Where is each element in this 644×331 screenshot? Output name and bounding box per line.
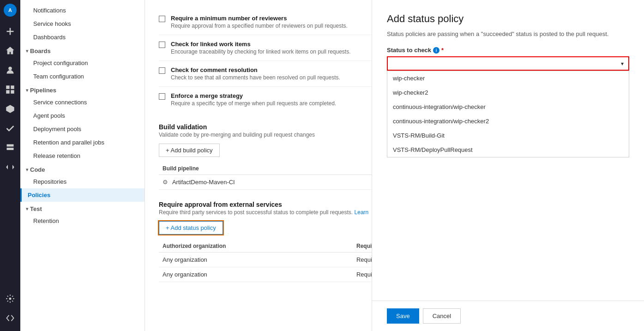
policy-title-2: Check for comment resolution — [171, 66, 340, 73]
main-content: Require a minimum number of reviewers Re… — [145, 0, 644, 331]
policy-desc-3: Require a specific type of merge when pu… — [171, 100, 336, 107]
status-check-input[interactable] — [388, 57, 616, 70]
artifacts-icon[interactable] — [0, 138, 20, 157]
dropdown-option-2[interactable]: continuous-integration/wip-checker — [387, 100, 629, 114]
org-cell-1: Any organization — [159, 267, 353, 282]
policy-checkbox-2[interactable] — [159, 67, 165, 74]
code-section-header[interactable]: ▾ Code — [20, 162, 144, 175]
add-status-policy-button[interactable]: + Add status policy — [159, 221, 223, 235]
sidebar-item-release-retention[interactable]: Release retention — [20, 149, 144, 162]
boards-section-header[interactable]: ▾ Boards — [20, 44, 144, 56]
sidebar-item-retention[interactable]: Retention — [20, 214, 144, 228]
sidebar-item-team-configuration[interactable]: Team configuration — [20, 70, 144, 83]
status-check-label: Status to check i * — [387, 47, 629, 54]
policy-title-0: Require a minimum number of reviewers — [171, 15, 348, 22]
svg-rect-7 — [7, 148, 14, 150]
policy-desc-1: Encourage traceability by checking for l… — [171, 48, 351, 55]
sidebar-item-project-configuration[interactable]: Project configuration — [20, 56, 144, 70]
panel-subtitle: Status policies are passing when a "succ… — [387, 30, 629, 37]
add-build-policy-button[interactable]: + Add build policy — [159, 144, 220, 157]
chevron-icon: ▾ — [26, 48, 28, 54]
policy-desc-0: Require approval from a specified number… — [171, 23, 348, 29]
info-icon[interactable]: i — [433, 47, 439, 54]
panel-footer: Save Cancel — [372, 301, 644, 331]
sidebar-item-agent-pools[interactable]: Agent pools — [20, 109, 144, 122]
dropdown-option-4[interactable]: VSTS-RM/Build-Git — [387, 128, 629, 143]
dropdown-list: wip-checker wip-checker2 continuous-inte… — [387, 71, 629, 157]
svg-point-0 — [8, 67, 12, 71]
dropdown-chevron-icon[interactable]: ▾ — [616, 58, 628, 70]
cancel-button[interactable]: Cancel — [423, 308, 461, 324]
sidebar: Notifications Service hooks Dashboards ▾… — [20, 0, 145, 331]
chevron-icon: ▾ — [26, 88, 28, 93]
save-button[interactable]: Save — [387, 308, 419, 324]
overlay-panel: Add status policy Status policies are pa… — [372, 0, 644, 331]
pipelines-section-header[interactable]: ▾ Pipelines — [20, 83, 144, 96]
plus-icon[interactable] — [0, 22, 20, 41]
home-icon[interactable] — [0, 42, 20, 60]
build-icon: ⚙ — [163, 179, 168, 186]
sidebar-item-service-hooks[interactable]: Service hooks — [20, 17, 144, 30]
svg-rect-3 — [6, 90, 10, 94]
svg-point-8 — [9, 298, 12, 300]
policy-title-3: Enforce a merge strategy — [171, 92, 336, 99]
pipelines-icon[interactable] — [0, 100, 20, 118]
svg-marker-5 — [6, 105, 14, 113]
learn-link[interactable]: Learn — [355, 209, 369, 216]
person-icon[interactable] — [0, 61, 20, 79]
dropdown-option-3[interactable]: continuous-integration/wip-checker2 — [387, 114, 629, 128]
code-icon[interactable] — [0, 158, 20, 176]
sidebar-item-service-connections[interactable]: Service connections — [20, 96, 144, 109]
org-cell-0: Any organization — [159, 253, 353, 267]
boards-icon[interactable] — [0, 80, 20, 99]
col-build-pipeline: Build pipeline — [159, 162, 403, 175]
sidebar-item-notifications[interactable]: Notifications — [20, 4, 144, 17]
sidebar-item-policies[interactable]: Policies — [20, 188, 144, 202]
build-pipeline-cell: ⚙ ArtifactDemo-Maven-CI — [159, 175, 403, 190]
sidebar-item-repositories[interactable]: Repositories — [20, 175, 144, 188]
svg-rect-1 — [6, 85, 10, 89]
testplans-icon[interactable] — [0, 119, 20, 138]
sidebar-item-dashboards[interactable]: Dashboards — [20, 30, 144, 44]
icon-bar-bottom — [0, 289, 20, 327]
chevron-icon: ▾ — [26, 206, 28, 211]
policy-checkbox-1[interactable] — [159, 42, 165, 48]
svg-rect-4 — [11, 90, 14, 94]
dropdown-option-5[interactable]: VSTS-RM/DeployPullRequest — [387, 143, 629, 157]
expand-icon[interactable] — [0, 309, 20, 327]
col-authorized-org: Authorized organization — [159, 240, 353, 253]
svg-rect-6 — [7, 144, 14, 147]
settings-icon[interactable] — [0, 289, 20, 308]
sidebar-item-deployment-pools[interactable]: Deployment pools — [20, 122, 144, 136]
svg-rect-2 — [11, 85, 14, 89]
dropdown-option-0[interactable]: wip-checker — [387, 71, 629, 85]
required-star: * — [441, 47, 444, 54]
policy-checkbox-0[interactable] — [159, 16, 165, 22]
avatar[interactable]: A — [4, 4, 17, 17]
sidebar-item-retention-parallel[interactable]: Retention and parallel jobs — [20, 136, 144, 149]
test-section-header[interactable]: ▾ Test — [20, 202, 144, 214]
panel-title: Add status policy — [387, 13, 629, 25]
policy-checkbox-3[interactable] — [159, 93, 165, 100]
status-input-wrapper: ▾ — [387, 56, 629, 71]
policy-desc-2: Check to see that all comments have been… — [171, 74, 340, 81]
policy-title-1: Check for linked work items — [171, 41, 351, 48]
chevron-icon: ▾ — [26, 167, 28, 172]
icon-bar: A — [0, 0, 20, 331]
status-check-form-group: Status to check i * ▾ wip-checker wip-ch… — [387, 47, 629, 157]
dropdown-option-1[interactable]: wip-checker2 — [387, 85, 629, 100]
